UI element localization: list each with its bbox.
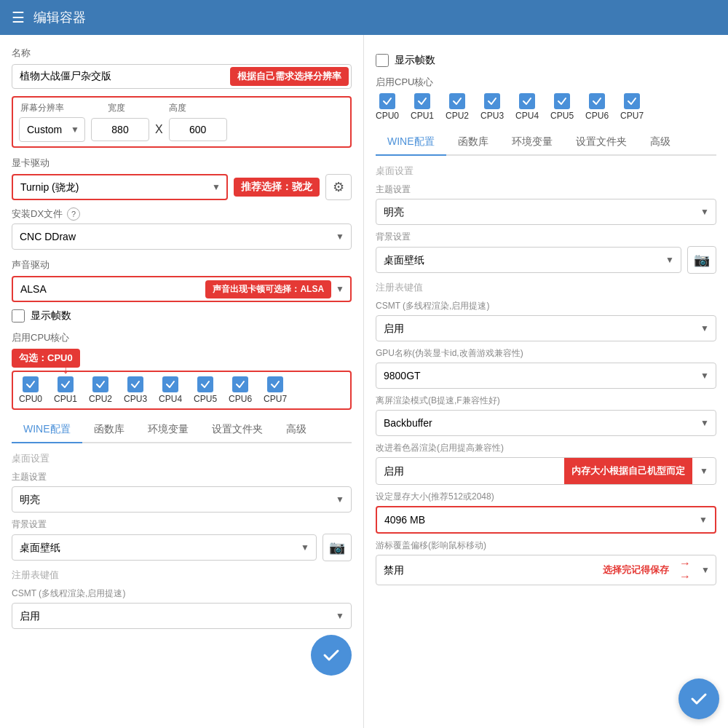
cpu6-checkbox[interactable] <box>232 376 248 392</box>
right-cpu4-label: CPU4 <box>515 111 539 121</box>
right-vram-select[interactable]: 4096 MB <box>377 507 715 532</box>
save-button[interactable] <box>678 678 719 719</box>
right-vram-wrapper[interactable]: 4096 MB ▼ <box>376 506 716 534</box>
cpu1-arrow: ↓ <box>63 363 68 376</box>
cpu0-checkbox[interactable] <box>23 376 39 392</box>
cpu4-checkbox[interactable] <box>162 376 178 392</box>
cpu1-checkbox[interactable] <box>58 376 74 392</box>
right-cpu5-checkbox[interactable] <box>554 93 570 109</box>
cpu2-checkbox[interactable] <box>92 376 108 392</box>
right-cpu-item-1[interactable]: CPU1 <box>411 93 434 121</box>
left-save-check <box>321 645 341 665</box>
cpu-item-4[interactable]: CPU4 <box>159 376 182 404</box>
gpu-label: 显卡驱动 <box>12 157 352 170</box>
right-csmt-label: CSMT (多线程渲染,启用提速) <box>376 300 716 312</box>
gpu-select[interactable]: Turnip (骁龙) <box>13 175 212 199</box>
dx-select[interactable]: CNC DDraw <box>12 223 352 250</box>
right-cpu1-checkbox[interactable] <box>414 93 430 109</box>
right-tab-advanced[interactable]: 高级 <box>638 130 682 156</box>
right-cpu7-checkbox[interactable] <box>624 93 640 109</box>
cpu2-label: CPU2 <box>89 394 112 404</box>
dx-help-icon[interactable]: ? <box>67 207 80 221</box>
height-input[interactable] <box>169 118 227 141</box>
cpu-item-0[interactable]: CPU0 <box>19 376 42 404</box>
right-cpu-item-3[interactable]: CPU3 <box>480 93 504 121</box>
tab-wine-config[interactable]: WINE配置 <box>12 417 82 443</box>
tab-library[interactable]: 函数库 <box>82 417 136 443</box>
left-theme-select[interactable]: 明亮 <box>12 486 352 513</box>
menu-icon[interactable]: ☰ <box>12 9 25 26</box>
right-cpu-item-2[interactable]: CPU2 <box>446 93 469 121</box>
cpu-item-5[interactable]: CPU5 <box>194 376 217 404</box>
right-cursor-annotation: 选择完记得保存 <box>597 563 675 577</box>
right-bg-select[interactable]: 桌面壁纸 <box>376 247 681 273</box>
right-color-renderer-select[interactable]: 启用 <box>376 459 564 483</box>
right-bg-label: 背景设置 <box>376 231 716 243</box>
right-tab-wine-config[interactable]: WINE配置 <box>376 130 446 156</box>
resolution-labels: 屏幕分辨率 宽度 高度 <box>19 102 344 114</box>
gpu-settings-button[interactable]: ⚙ <box>325 174 352 200</box>
right-cpu6-checkbox[interactable] <box>589 93 605 109</box>
right-cpu-item-6[interactable]: CPU6 <box>585 93 609 121</box>
right-cpu3-checkbox[interactable] <box>484 93 500 109</box>
left-csmt-label: CSMT (多线程渲染,启用提速) <box>12 587 352 600</box>
resolution-select[interactable]: Custom <box>19 117 85 142</box>
tab-env[interactable]: 环境变量 <box>136 417 200 443</box>
cpu-label: 启用CPU核心 <box>12 331 352 344</box>
right-panel: 显示帧数 启用CPU核心 CPU0 CPU1 CPU2 <box>364 35 728 728</box>
header-title: 编辑容器 <box>33 9 86 26</box>
right-cpu-item-7[interactable]: CPU7 <box>620 93 644 121</box>
tab-folder[interactable]: 设置文件夹 <box>200 417 274 443</box>
gpu-annotation: 推荐选择：骁龙 <box>234 178 320 197</box>
right-cpu2-label: CPU2 <box>446 111 469 121</box>
right-offscreen-select[interactable]: Backbuffer <box>376 410 716 436</box>
left-registry-label: 注册表键值 <box>12 569 352 582</box>
right-cpu2-checkbox[interactable] <box>449 93 465 109</box>
save-check-icon <box>689 689 709 709</box>
width-input[interactable] <box>91 118 149 141</box>
right-tab-library[interactable]: 函数库 <box>446 130 500 156</box>
cpu-item-1[interactable]: ↓ CPU1 <box>54 376 77 404</box>
right-gpu-name-select[interactable]: 9800GT <box>376 363 716 389</box>
right-cursor-select[interactable]: 禁用 <box>376 558 597 582</box>
tab-advanced[interactable]: 高级 <box>274 417 318 443</box>
cpu3-checkbox[interactable] <box>127 376 143 392</box>
right-cpu-item-0[interactable]: CPU0 <box>376 93 399 121</box>
show-fps-checkbox[interactable] <box>12 309 25 323</box>
right-vram-label: 设定显存大小(推荐512或2048) <box>376 491 716 503</box>
show-fps-row: 显示帧数 <box>12 309 352 323</box>
cpu5-label: CPU5 <box>194 394 217 404</box>
right-color-renderer-arrow[interactable]: ▼ <box>692 459 716 483</box>
left-csmt-select[interactable]: 启用 <box>12 603 352 629</box>
left-bg-photo-btn[interactable]: 📷 <box>323 534 352 561</box>
right-cpu4-checkbox[interactable] <box>519 93 535 109</box>
cpu-item-3[interactable]: CPU3 <box>124 376 147 404</box>
left-bg-select[interactable]: 桌面壁纸 <box>12 534 317 561</box>
left-tabs: WINE配置 函数库 环境变量 设置文件夹 高级 <box>12 417 352 443</box>
cpu7-checkbox[interactable] <box>267 376 283 392</box>
right-cpu3-label: CPU3 <box>480 111 504 121</box>
left-bg-label: 背景设置 <box>12 518 352 531</box>
right-cursor-dropdown-arrow[interactable]: ▼ <box>695 562 716 578</box>
cpu-item-6[interactable]: CPU6 <box>229 376 252 404</box>
cpu5-checkbox[interactable] <box>197 376 213 392</box>
right-csmt-select[interactable]: 启用 <box>376 315 716 341</box>
left-bottom <box>12 635 352 676</box>
right-show-fps-checkbox[interactable] <box>376 54 389 67</box>
cpu-item-7[interactable]: CPU7 <box>264 376 287 404</box>
audio-label: 声音驱动 <box>12 258 352 272</box>
right-color-renderer-label: 改进着色器渲染(启用提高兼容性) <box>376 442 716 454</box>
right-theme-select[interactable]: 明亮 <box>376 199 716 225</box>
right-tab-folder[interactable]: 设置文件夹 <box>564 130 638 156</box>
gpu-select-section[interactable]: Turnip (骁龙) ▼ <box>12 174 228 200</box>
right-cpu-item-4[interactable]: CPU4 <box>515 93 539 121</box>
resolution-select-wrapper[interactable]: Custom ▼ <box>19 117 85 142</box>
cpu-item-2[interactable]: CPU2 <box>89 376 112 404</box>
right-cpu0-checkbox[interactable] <box>379 93 395 109</box>
right-tab-env[interactable]: 环境变量 <box>500 130 564 156</box>
right-bg-photo-btn[interactable]: 📷 <box>687 246 716 274</box>
x-separator: X <box>155 123 163 136</box>
right-cpu-item-5[interactable]: CPU5 <box>550 93 574 121</box>
right-cpu5-label: CPU5 <box>550 111 574 121</box>
audio-select[interactable]: ALSA <box>13 277 201 301</box>
